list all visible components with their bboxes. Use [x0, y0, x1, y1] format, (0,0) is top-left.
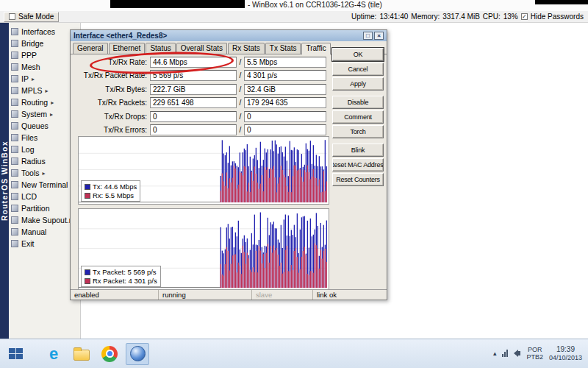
- cancel-button[interactable]: Cancel: [332, 63, 384, 76]
- stat-rx-value: 5.5 Mbps: [244, 57, 326, 68]
- winbox-app-button[interactable]: [126, 343, 149, 365]
- blink-button[interactable]: Blink: [332, 144, 384, 157]
- exit-icon: [11, 240, 18, 247]
- partition-icon: [11, 205, 18, 212]
- volume-icon[interactable]: [514, 350, 520, 357]
- memory-label: Memory:: [411, 13, 440, 21]
- stat-row: Tx/Rx Rate:44.6 Mbps/5.5 Mbps: [71, 55, 332, 69]
- windows-logo-icon: [9, 354, 15, 359]
- packet-rate-graph: Tx Packet: 5 569 p/sRx Packet: 4 301 p/s: [78, 208, 329, 290]
- sidebar-item-label: PPP: [21, 51, 37, 60]
- folder-icon: [74, 350, 90, 361]
- file-explorer-button[interactable]: [70, 343, 93, 365]
- status-running: running: [159, 290, 252, 300]
- stat-row: Tx/Rx Packet Rate:5 569 p/s/4 301 p/s: [71, 69, 332, 83]
- start-button[interactable]: [9, 348, 23, 359]
- sidebar-item-label: Exit: [21, 239, 35, 248]
- window-titlebar: - WinBox v6.1 on CCR1036-12G-4S (tile): [0, 0, 588, 11]
- stat-label: Tx/Rx Rate:: [71, 58, 150, 66]
- routing-icon: [11, 99, 18, 106]
- interface-dialog: Interface <ether4_Redes8> □ × GeneralEth…: [70, 29, 387, 300]
- sidebar-item-label: System: [21, 110, 47, 118]
- ok-button[interactable]: OK: [332, 48, 384, 61]
- disable-button[interactable]: Disable: [332, 96, 384, 109]
- radius-icon: [11, 158, 18, 165]
- brand-vertical-text: RouterOS WinBox: [1, 141, 9, 221]
- hide-passwords-checkbox[interactable]: [521, 13, 528, 20]
- stat-tx-value: 44.6 Mbps: [150, 57, 237, 68]
- stat-tx-value: 229 651 498: [150, 97, 237, 108]
- sidebar-item-label: Mesh: [21, 63, 40, 71]
- stat-label: Tx/Rx Errors:: [71, 126, 150, 134]
- stat-label: Tx/Rx Bytes:: [71, 85, 150, 93]
- tab-status[interactable]: Status: [146, 43, 175, 54]
- language-indicator[interactable]: POR PTB2: [526, 346, 543, 361]
- brand-strip: RouterOS WinBox: [0, 23, 9, 339]
- sidebar-item-label: New Terminal: [21, 180, 68, 189]
- clock-date: 04/10/2013: [549, 354, 582, 362]
- make-supout-rif-icon: [11, 216, 18, 224]
- tab-ethernet[interactable]: Ethernet: [109, 43, 146, 54]
- language-line2: PTB2: [526, 353, 543, 361]
- submenu-arrow-icon: ▸: [43, 170, 46, 177]
- safe-mode-button[interactable]: Safe Mode: [4, 12, 59, 22]
- reset-counters-button[interactable]: Reset Counters: [332, 173, 384, 186]
- apply-button[interactable]: Apply: [332, 77, 384, 91]
- submenu-arrow-icon: ▸: [50, 111, 53, 118]
- sidebar-item-label: Log: [21, 145, 35, 154]
- sidebar-item-label: MPLS: [21, 86, 43, 95]
- tray-expand-icon[interactable]: ▴: [493, 350, 497, 357]
- sidebar-item-label: Partition: [21, 204, 50, 213]
- uptime-label: Uptime:: [351, 13, 376, 21]
- sidebar-item-label: Routing: [21, 98, 48, 107]
- language-line1: POR: [526, 346, 543, 353]
- dialog-titlebar[interactable]: Interface <ether4_Redes8> □ ×: [71, 30, 387, 41]
- internet-explorer-button[interactable]: e: [42, 343, 65, 365]
- restore-button[interactable]: □: [363, 32, 373, 40]
- legend-color-swatch: [85, 269, 90, 275]
- winbox-app-icon: [130, 346, 146, 361]
- sidebar-item-label: IP: [21, 74, 29, 83]
- chrome-icon: [101, 346, 118, 362]
- chrome-button[interactable]: [98, 343, 121, 365]
- tab-overall-stats[interactable]: Overall Stats: [176, 43, 227, 54]
- stat-rx-value: 4 301 p/s: [244, 70, 326, 81]
- legend-row: Rx: 5.5 Mbps: [85, 191, 137, 199]
- taskbar-clock[interactable]: 19:39 04/10/2013: [549, 345, 582, 362]
- network-icon[interactable]: [502, 350, 508, 357]
- legend-color-swatch: [85, 184, 90, 190]
- reset-mac-address-button[interactable]: Reset MAC Address: [332, 158, 384, 171]
- windows-logo-icon: [16, 348, 23, 353]
- chart-legend: Tx Packet: 5 569 p/sRx Packet: 4 301 p/s: [81, 266, 161, 287]
- safe-mode-checkbox[interactable]: [9, 13, 15, 20]
- close-button[interactable]: ×: [374, 32, 384, 40]
- cpu-label: CPU:: [483, 13, 501, 21]
- tab-general[interactable]: General: [73, 43, 108, 54]
- stat-row: Tx/Rx Packets:229 651 498/179 294 635: [71, 96, 332, 110]
- stat-label: Tx/Rx Packets:: [71, 99, 150, 107]
- stat-tx-value: 222.7 GiB: [150, 84, 237, 95]
- legend-row: Rx Packet: 4 301 p/s: [85, 277, 157, 285]
- comment-button[interactable]: Comment: [332, 110, 384, 124]
- stat-tx-value: 0: [150, 124, 237, 135]
- torch-button[interactable]: Torch: [332, 125, 384, 138]
- system-icon: [11, 110, 18, 118]
- submenu-arrow-icon: ▸: [51, 99, 54, 106]
- button-group: OKCancelApply: [332, 48, 384, 91]
- traffic-rate-graph: Tx: 44.6 MbpsRx: 5.5 Mbps: [78, 136, 329, 205]
- legend-label: Tx: 44.6 Mbps: [93, 183, 137, 191]
- tab-rx-stats[interactable]: Rx Stats: [228, 43, 265, 54]
- stat-rx-value: 32.4 GiB: [244, 84, 326, 95]
- interfaces-icon: [11, 28, 18, 35]
- mpls-icon: [11, 87, 18, 94]
- stat-rx-value: 0: [244, 124, 326, 135]
- tab-tx-stats[interactable]: Tx Stats: [265, 43, 301, 54]
- sidebar-item-label: Files: [21, 133, 37, 142]
- tab-traffic[interactable]: Traffic: [301, 43, 330, 54]
- stat-label: Tx/Rx Packet Rate:: [71, 71, 150, 79]
- new-terminal-icon: [11, 181, 18, 188]
- stat-row: Tx/Rx Drops:0/0: [71, 110, 332, 124]
- legend-label: Rx: 5.5 Mbps: [93, 191, 134, 199]
- uptime-value: 13:41:40: [379, 13, 408, 21]
- screen: - WinBox v6.1 on CCR1036-12G-4S (tile) S…: [0, 0, 588, 368]
